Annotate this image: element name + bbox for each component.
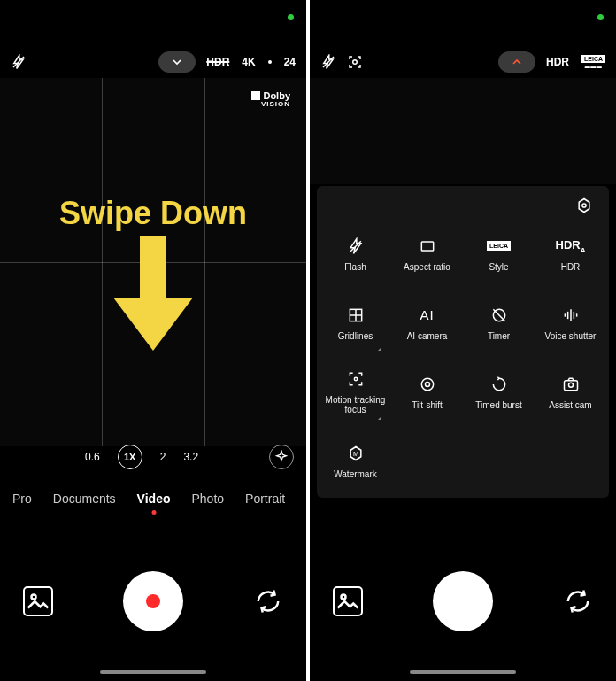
tilt-icon: [417, 374, 438, 395]
zoom-level-active[interactable]: 1X: [118, 445, 142, 469]
quick-settings-panel: FlashAspect ratioLEICAStyleHDRAHDRGridli…: [317, 186, 609, 498]
switch-camera-button[interactable]: [253, 586, 283, 616]
hdr-toggle[interactable]: HDR: [206, 56, 229, 68]
top-bar: HDR LEICA ▬▬▬: [310, 46, 616, 78]
settings-item-label: Flash: [341, 262, 369, 272]
bottom-controls: [0, 566, 306, 637]
collapse-chevron-button[interactable]: [498, 51, 535, 73]
svg-point-1: [32, 595, 36, 600]
settings-item-empty: [392, 427, 462, 494]
hdr-icon: HDRA: [560, 236, 581, 257]
leica-icon: LEICA: [489, 236, 510, 257]
settings-item-label: AI camera: [404, 331, 451, 341]
zoom-level[interactable]: 2: [160, 451, 166, 463]
phone-right: HDR LEICA ▬▬▬ FlashAspect ratioLEICAStyl…: [310, 0, 616, 681]
settings-item-motion[interactable]: Motion tracking focus: [320, 358, 390, 425]
settings-item-flash[interactable]: Flash: [320, 220, 390, 287]
svg-point-20: [425, 382, 429, 386]
settings-gear-icon[interactable]: [575, 197, 593, 214]
resolution-label[interactable]: 4K: [242, 56, 255, 68]
settings-item-voice[interactable]: Voice shutter: [535, 289, 605, 356]
shutter-record-button[interactable]: [123, 571, 183, 631]
svg-point-25: [342, 595, 346, 600]
settings-item-label: Aspect ratio: [400, 262, 454, 272]
timer-icon: [489, 305, 510, 326]
settings-item-hdr[interactable]: HDRAHDR: [535, 220, 605, 287]
svg-point-5: [582, 204, 586, 207]
camera-viewfinder[interactable]: [310, 78, 616, 184]
settings-item-tilt[interactable]: Tilt-shift: [392, 358, 462, 425]
home-indicator[interactable]: [410, 670, 516, 674]
settings-item-leica[interactable]: LEICAStyle: [464, 220, 534, 287]
expand-chevron-button[interactable]: [158, 51, 196, 73]
svg-marker-4: [579, 199, 589, 213]
filters-button[interactable]: [269, 445, 294, 469]
status-indicator-dot: [288, 14, 294, 20]
settings-item-empty: [464, 427, 534, 494]
settings-item-label: Tilt-shift: [408, 400, 446, 410]
ai-icon: AI: [417, 305, 438, 326]
dolby-vision-badge: Dolby VISION: [251, 90, 290, 109]
shutter-photo-button[interactable]: [433, 571, 493, 631]
zoom-level[interactable]: 0.6: [85, 451, 100, 463]
svg-point-18: [354, 377, 357, 380]
settings-item-label: Style: [485, 262, 512, 272]
swipe-down-arrow-icon: [109, 236, 197, 351]
svg-rect-7: [421, 242, 433, 251]
mode-video[interactable]: Video: [137, 491, 171, 506]
zoom-controls: 0.6 1X 2 3.2: [0, 440, 306, 474]
aspect-icon: [417, 236, 438, 257]
settings-item-assist[interactable]: Assist cam: [535, 358, 605, 425]
settings-item-grid[interactable]: Gridlines: [320, 289, 390, 356]
zoom-levels: 0.6 1X 2 3.2: [85, 445, 198, 469]
settings-item-label: HDR: [558, 262, 584, 272]
flash-icon: [345, 236, 366, 257]
settings-item-empty: [535, 427, 605, 494]
settings-item-aspect[interactable]: Aspect ratio: [392, 220, 462, 287]
mode-documents[interactable]: Documents: [53, 491, 116, 506]
expand-corner-icon: [378, 347, 381, 351]
record-dot-icon: [146, 594, 160, 608]
camera-mode-strip[interactable]: Pro Documents Video Photo Portrait N: [0, 481, 306, 516]
settings-item-label: Timer: [484, 331, 513, 341]
svg-text:M: M: [352, 449, 358, 457]
flash-off-icon[interactable]: [320, 54, 336, 70]
svg-point-22: [568, 383, 573, 387]
svg-rect-21: [564, 380, 577, 390]
settings-item-label: Gridlines: [335, 331, 376, 341]
settings-item-label: Timed burst: [472, 400, 525, 410]
bottom-controls: [310, 566, 616, 637]
mode-pro[interactable]: Pro: [12, 491, 32, 506]
settings-item-label: Motion tracking focus: [320, 395, 390, 414]
motion-icon: [345, 368, 366, 390]
phone-left: HDR 4K 24 Dolby VISION Swipe Down 0.6 1X…: [0, 0, 306, 681]
mode-portrait[interactable]: Portrait: [245, 491, 285, 506]
settings-grid: FlashAspect ratioLEICAStyleHDRAHDRGridli…: [320, 220, 605, 494]
gallery-button[interactable]: [23, 586, 53, 616]
camera-viewfinder[interactable]: Dolby VISION Swipe Down: [0, 78, 306, 446]
focus-frame-icon[interactable]: [347, 54, 363, 70]
settings-item-burst[interactable]: Timed burst: [464, 358, 534, 425]
burst-icon: [489, 374, 510, 395]
settings-item-label: Assist cam: [545, 400, 595, 410]
settings-item-timer[interactable]: Timer: [464, 289, 534, 356]
annotation-text: Swipe Down: [0, 195, 306, 232]
grid-icon: [345, 305, 366, 326]
mode-photo[interactable]: Photo: [191, 491, 224, 506]
flash-off-icon[interactable]: [11, 54, 27, 70]
voice-icon: [560, 305, 581, 326]
zoom-level[interactable]: 3.2: [183, 451, 198, 463]
home-indicator[interactable]: [100, 670, 206, 674]
fps-label[interactable]: 24: [284, 56, 296, 68]
expand-corner-icon: [378, 416, 381, 420]
separator-dot-icon: [268, 60, 272, 64]
leica-badge[interactable]: LEICA ▬▬▬: [581, 55, 605, 69]
settings-item-watermark[interactable]: MWatermark: [320, 427, 390, 494]
settings-item-ai[interactable]: AIAI camera: [392, 289, 462, 356]
svg-point-3: [353, 60, 358, 65]
status-indicator-dot: [597, 14, 604, 20]
gallery-button[interactable]: [333, 586, 363, 616]
switch-camera-button[interactable]: [563, 586, 593, 616]
assist-icon: [560, 374, 581, 395]
hdr-toggle[interactable]: HDR: [546, 56, 569, 68]
